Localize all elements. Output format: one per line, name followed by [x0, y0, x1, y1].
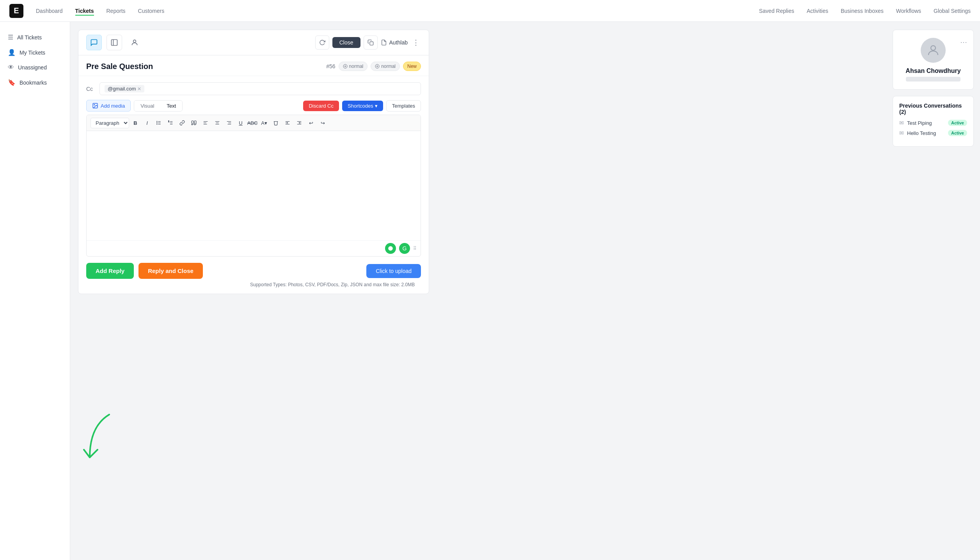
avatar — [921, 38, 946, 63]
editor-container: Paragraph B I 1 — [86, 115, 421, 257]
cc-email-tag: @gmail.com ✕ — [105, 85, 144, 92]
logo[interactable]: E — [9, 4, 23, 18]
editor-format-bar: Paragraph B I 1 — [87, 115, 421, 131]
cc-remove-button[interactable]: ✕ — [137, 86, 141, 92]
ticket-title-row: Pre Sale Question #56 normal normal New — [78, 55, 429, 76]
refresh-button[interactable] — [315, 35, 329, 50]
discard-cc-button[interactable]: Discard Cc — [303, 101, 339, 111]
spellcheck-icon[interactable]: G — [399, 243, 410, 254]
user-name: Ahsan Chowdhury — [899, 67, 967, 74]
indent-button[interactable] — [282, 117, 293, 128]
svg-point-5 — [344, 66, 346, 67]
nav-customers[interactable]: Customers — [138, 6, 165, 16]
nav-workflows[interactable]: Workflows — [896, 6, 921, 16]
svg-point-33 — [388, 246, 393, 251]
bullet-list-button[interactable] — [153, 117, 164, 128]
user-card: ⋯ Ahsan Chowdhury — [893, 30, 974, 90]
eye-icon: 👁 — [8, 64, 14, 71]
paragraph-select[interactable]: Paragraph — [91, 118, 129, 128]
sidebar: ☰ All Tickets 👤 My Tickets 👁 Unassigned … — [0, 22, 70, 560]
badge-priority: normal — [339, 62, 368, 71]
align-right-button[interactable] — [224, 117, 234, 128]
tab-text[interactable]: Text — [160, 101, 182, 111]
sidebar-item-bookmarks[interactable]: 🔖 Bookmarks — [0, 75, 70, 90]
close-button[interactable]: Close — [332, 37, 360, 48]
svg-rect-0 — [112, 40, 117, 46]
sidebar-item-unassigned[interactable]: 👁 Unassigned — [0, 60, 70, 75]
nav-dashboard[interactable]: Dashboard — [36, 6, 63, 16]
templates-button[interactable]: Templates — [386, 100, 421, 112]
reply-area: Cc @gmail.com ✕ Add media — [78, 76, 429, 294]
nav-tickets[interactable]: Tickets — [75, 6, 94, 16]
align-left-button[interactable] — [200, 117, 211, 128]
right-panel: ⋯ Ahsan Chowdhury Previous Conversations… — [886, 22, 980, 560]
list-icon: ☰ — [8, 34, 13, 41]
editor-tab-group: Visual Text — [134, 100, 183, 112]
ticket-id: #56 — [326, 63, 335, 69]
tab-visual[interactable]: Visual — [134, 101, 160, 111]
align-center-button[interactable] — [212, 117, 223, 128]
ordered-list-button[interactable]: 1 — [165, 117, 176, 128]
clipboard-button[interactable] — [364, 35, 378, 50]
conversation-status-2: Active — [948, 130, 967, 136]
shortcodes-button[interactable]: Shortcodes ▾ — [342, 101, 383, 111]
sidebar-item-all-tickets[interactable]: ☰ All Tickets — [0, 30, 70, 45]
view-chat-button[interactable] — [86, 35, 102, 50]
nav-reports[interactable]: Reports — [107, 6, 126, 16]
resize-handle: ⠿ — [413, 246, 417, 251]
action-row: Add Reply Reply and Close Click to uploa… — [86, 263, 421, 279]
outdent-button[interactable] — [294, 117, 305, 128]
bold-button[interactable]: B — [130, 117, 141, 128]
sidebar-item-label: All Tickets — [17, 34, 42, 41]
view-layout-button[interactable] — [107, 35, 122, 50]
user-more-button[interactable]: ⋯ — [960, 38, 967, 46]
header-actions: Close Authlab ⋮ — [315, 35, 421, 50]
link-button[interactable] — [177, 117, 188, 128]
reply-and-close-button[interactable]: Reply and Close — [138, 263, 203, 279]
add-media-button[interactable]: Add media — [86, 100, 131, 112]
cc-label: Cc — [86, 86, 96, 92]
svg-point-7 — [377, 66, 378, 67]
bookmark-icon: 🔖 — [8, 79, 16, 86]
cc-field[interactable]: @gmail.com ✕ — [99, 82, 421, 95]
ticket-meta: #56 normal normal New — [326, 62, 421, 71]
svg-text:1: 1 — [168, 121, 169, 122]
arrow-annotation — [78, 411, 125, 474]
previous-conversations: Previous Conversations (2) ✉ Test Piping… — [893, 96, 974, 147]
sidebar-item-label: Unassigned — [18, 64, 47, 71]
conversation-item-2[interactable]: ✉ Hello Testing Active — [899, 130, 967, 136]
italic-button[interactable]: I — [142, 117, 153, 128]
nav-right: Saved Replies Activities Business Inboxe… — [759, 6, 971, 16]
svg-point-2 — [133, 40, 136, 43]
email-icon-2: ✉ — [899, 130, 904, 136]
clear-format-button[interactable] — [270, 117, 281, 128]
redo-button[interactable]: ↪ — [317, 117, 328, 128]
nav-global-settings[interactable]: Global Settings — [934, 6, 971, 16]
badge-new: New — [403, 62, 421, 71]
nav-activities[interactable]: Activities — [807, 6, 828, 16]
view-user-button[interactable] — [127, 35, 142, 50]
undo-button[interactable]: ↩ — [305, 117, 316, 128]
conversation-status-1: Active — [948, 120, 967, 126]
svg-point-9 — [94, 105, 95, 105]
upload-hint: Supported Types: Photos, CSV, PDF/Docs, … — [250, 282, 421, 287]
grammar-tool-icon[interactable] — [385, 243, 396, 254]
user-icon: 👤 — [8, 49, 16, 56]
conversation-item-1[interactable]: ✉ Test Piping Active — [899, 120, 967, 126]
add-reply-button[interactable]: Add Reply — [86, 263, 134, 279]
content-area: Close Authlab ⋮ Pre Sale Question #56 — [70, 22, 886, 560]
conversation-label-2: Hello Testing — [907, 130, 936, 136]
top-navigation: E Dashboard Tickets Reports Customers Sa… — [0, 0, 980, 22]
sidebar-item-label: Bookmarks — [20, 80, 47, 86]
click-to-upload-button[interactable]: Click to upload — [366, 264, 421, 278]
quote-button[interactable] — [188, 117, 199, 128]
more-options-button[interactable]: ⋮ — [411, 37, 421, 48]
underline-button[interactable]: U — [235, 117, 246, 128]
text-color-button[interactable]: A▾ — [259, 117, 270, 128]
nav-saved-replies[interactable]: Saved Replies — [759, 6, 794, 16]
strikethrough-button[interactable]: ABC — [247, 117, 258, 128]
editor-body[interactable] — [87, 131, 421, 240]
sidebar-item-my-tickets[interactable]: 👤 My Tickets — [0, 45, 70, 60]
cc-row: Cc @gmail.com ✕ — [86, 82, 421, 95]
nav-business-inboxes[interactable]: Business Inboxes — [841, 6, 884, 16]
